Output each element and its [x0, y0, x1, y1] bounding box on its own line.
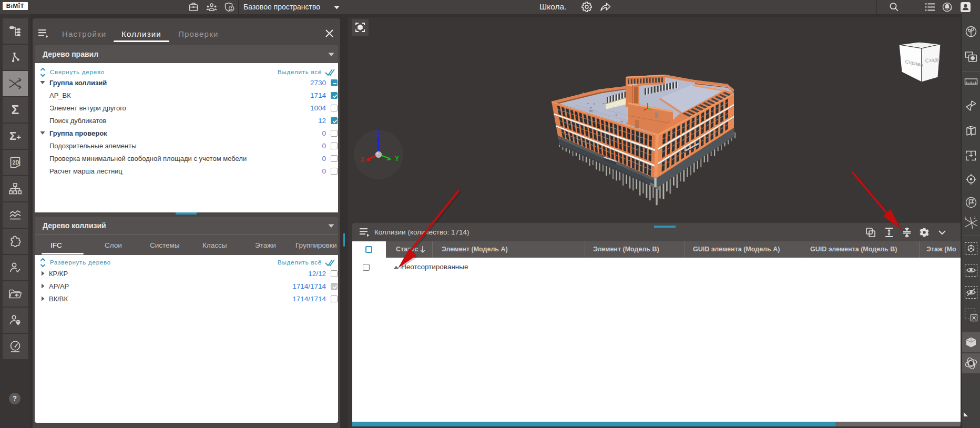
svg-text:Y: Y: [395, 155, 399, 162]
svg-text:X: X: [360, 156, 364, 164]
svg-text:2: 2: [974, 216, 976, 219]
svg-text:1: 1: [965, 216, 967, 219]
svg-text:2D: 2D: [13, 159, 20, 166]
svg-text:Z: Z: [376, 129, 380, 136]
